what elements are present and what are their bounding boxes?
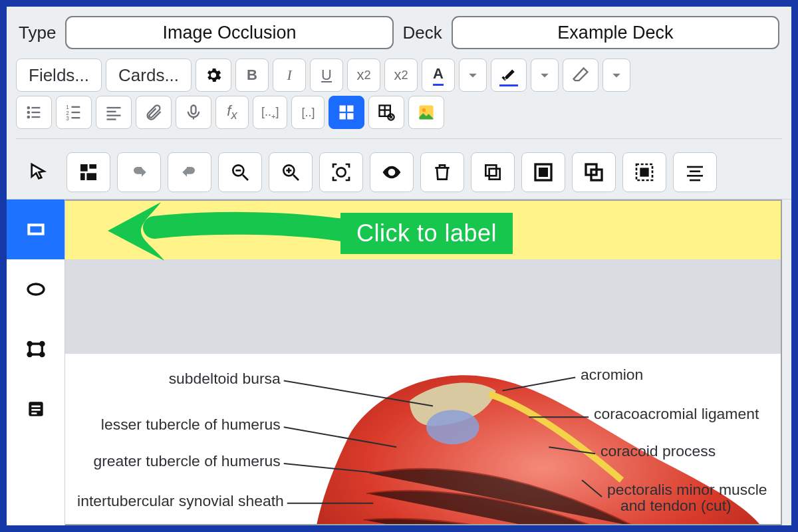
preview-button[interactable]	[370, 152, 414, 192]
click-to-label-badge: Click to label	[340, 213, 513, 254]
anatomy-label: greater tubercle of humerus	[93, 452, 280, 469]
cloze-new-icon: [..+]	[261, 105, 279, 120]
type-value: Image Occlusion	[162, 23, 296, 43]
polygon-tool-button[interactable]	[7, 319, 65, 379]
bold-button[interactable]: B	[235, 59, 269, 92]
more-dropdown[interactable]	[602, 59, 630, 92]
picture-button[interactable]	[408, 96, 444, 129]
paragraph-align-button[interactable]	[96, 96, 132, 129]
highlight-button[interactable]	[491, 59, 527, 92]
numbered-list-button[interactable]: 123	[56, 96, 92, 129]
svg-line-35	[293, 175, 299, 180]
options-button[interactable]	[196, 59, 231, 92]
occlusion-grid-button[interactable]	[329, 96, 364, 129]
deck-label: Deck	[403, 23, 442, 43]
equation-button[interactable]: fx	[215, 96, 249, 129]
delete-button[interactable]	[420, 152, 464, 192]
group-button[interactable]	[521, 152, 565, 192]
select-tool-button[interactable]	[16, 152, 60, 192]
picture-icon	[417, 103, 436, 122]
redo-button[interactable]	[168, 152, 211, 192]
italic-button[interactable]: I	[273, 59, 306, 92]
svg-point-0	[27, 106, 31, 110]
superscript-button[interactable]: x2	[347, 59, 380, 92]
svg-point-2	[27, 111, 31, 114]
ungroup-button[interactable]	[572, 152, 616, 192]
svg-point-53	[28, 342, 31, 345]
toggle-masks-button[interactable]	[66, 152, 110, 192]
anatomy-label: intertubercular synovial sheath	[77, 492, 284, 509]
svg-point-56	[40, 352, 43, 356]
paperclip-icon	[144, 103, 163, 122]
svg-rect-58	[31, 405, 40, 407]
ellipse-icon	[25, 279, 47, 300]
zoom-in-icon	[280, 162, 301, 183]
svg-rect-18	[348, 106, 354, 112]
format-toolbar: Fields... Cards... B I U x2 x2 A	[7, 56, 791, 146]
svg-rect-1	[32, 107, 41, 108]
svg-rect-7	[72, 106, 80, 108]
select-all-button[interactable]	[622, 152, 666, 192]
deck-value: Example Deck	[557, 23, 673, 43]
zoom-in-button[interactable]	[269, 152, 313, 192]
subscript-button[interactable]: x2	[384, 59, 418, 92]
fields-button[interactable]: Fields...	[16, 59, 102, 92]
table-insert-icon	[377, 103, 396, 122]
toolbar-divider	[16, 138, 782, 139]
deck-selector[interactable]: Example Deck	[452, 16, 779, 49]
editor-area: Click to label	[7, 146, 791, 525]
ellipse-tool-button[interactable]	[7, 259, 65, 319]
gear-icon	[204, 66, 223, 84]
anatomy-label: coracoid process	[600, 442, 716, 460]
cloze-new-button[interactable]: [..+]	[253, 96, 287, 129]
duplicate-icon	[482, 162, 503, 183]
cursor-icon	[27, 162, 49, 183]
svg-rect-30	[86, 173, 96, 180]
anatomy-label: and tendon (cut)	[620, 497, 732, 514]
svg-rect-19	[340, 113, 346, 119]
rectangle-tool-button[interactable]	[7, 200, 65, 259]
anatomy-label: subdeltoid bursa	[169, 370, 281, 387]
svg-rect-29	[80, 173, 85, 180]
svg-rect-16	[192, 106, 196, 114]
svg-rect-50	[690, 180, 700, 182]
svg-rect-20	[348, 113, 354, 119]
highlight-dropdown[interactable]	[531, 59, 559, 92]
text-tool-button[interactable]	[7, 379, 65, 439]
anatomy-label: lesser tubercle of humerus	[101, 416, 281, 433]
ungroup-icon	[583, 162, 604, 183]
duplicate-button[interactable]	[471, 152, 515, 192]
svg-point-52	[28, 284, 44, 295]
cloze-same-button[interactable]: [..]	[291, 96, 325, 129]
image-canvas[interactable]: Click to label	[65, 200, 782, 525]
type-selector[interactable]: Image Occlusion	[65, 16, 393, 49]
text-color-button[interactable]: A	[422, 59, 455, 92]
type-deck-row: Type Image Occlusion Deck Example Deck	[7, 7, 791, 56]
chevron-down-icon	[607, 66, 626, 84]
attachment-button[interactable]	[136, 96, 172, 129]
eraser-button[interactable]	[563, 59, 598, 92]
svg-rect-17	[340, 106, 346, 112]
bulleted-list-button[interactable]	[16, 96, 52, 129]
underline-button[interactable]: U	[310, 59, 343, 92]
chevron-down-icon	[535, 66, 554, 84]
eye-icon	[381, 162, 402, 183]
align-button[interactable]	[673, 152, 717, 192]
table-insert-button[interactable]	[368, 96, 404, 129]
svg-rect-15	[107, 118, 116, 120]
redo-icon	[179, 162, 200, 183]
microphone-button[interactable]	[176, 96, 211, 129]
group-icon	[533, 162, 554, 183]
svg-rect-49	[687, 175, 703, 177]
svg-rect-28	[89, 164, 96, 169]
align-icon	[684, 162, 706, 183]
text-color-dropdown[interactable]	[459, 59, 487, 92]
svg-rect-27	[80, 164, 88, 172]
svg-line-32	[243, 175, 248, 180]
zoom-out-button[interactable]	[218, 152, 262, 192]
svg-rect-60	[31, 412, 37, 414]
zoom-fit-button[interactable]	[319, 152, 363, 192]
svg-rect-51	[29, 225, 43, 233]
undo-button[interactable]	[117, 152, 161, 192]
cards-button[interactable]: Cards...	[106, 59, 192, 92]
